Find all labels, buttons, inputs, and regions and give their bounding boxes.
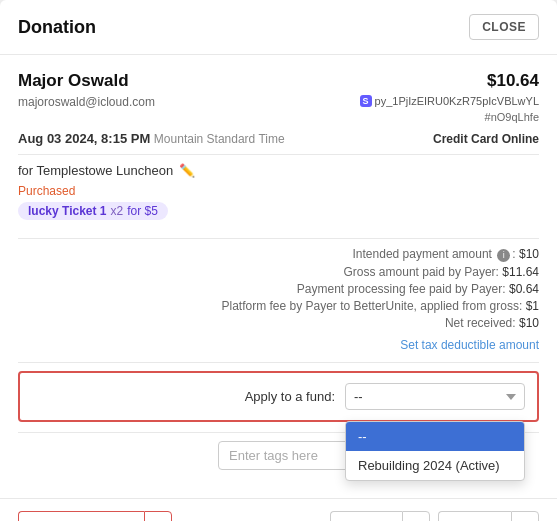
platform-row: Platform fee by Payer to BetterUnite, ap…: [18, 299, 539, 313]
intended-row: Intended payment amount i: $10: [18, 247, 539, 262]
date-section: Aug 03 2024, 8:15 PM Mountain Standard T…: [18, 131, 285, 146]
refund-payment-button[interactable]: Refund Payment: [18, 511, 144, 521]
payment-method: Credit Card Online: [433, 132, 539, 146]
for-row: for Templestowe Luncheon ✏️: [18, 163, 539, 178]
processing-label: Payment processing fee paid by Payer:: [297, 282, 506, 296]
purchased-label: Purchased: [18, 184, 539, 198]
stripe-id2: #nO9qLhfe: [485, 111, 539, 123]
processing-value: $0.64: [509, 282, 539, 296]
actions-button-group: Actions ▾: [330, 511, 430, 521]
gross-value: $11.64: [502, 265, 539, 279]
receipt-button-group: Receipt ▾: [438, 511, 539, 521]
refund-dropdown-arrow[interactable]: ▾: [144, 511, 172, 521]
refund-button-group: Refund Payment ▾: [18, 511, 172, 521]
gross-label: Gross amount paid by Payer:: [344, 265, 499, 279]
dropdown-option-default[interactable]: --: [346, 422, 524, 451]
timezone-label: Mountain Standard Time: [154, 132, 285, 146]
right-buttons: Actions ▾ Receipt ▾: [330, 511, 539, 521]
fund-select[interactable]: -- Rebuilding 2024 (Active): [345, 383, 525, 410]
footer-actions: Refund Payment ▾ Actions ▾ Receipt ▾: [0, 498, 557, 521]
stripe-info: S py_1PjIzEIRU0KzR75pIcVBLwYL #nO9qLhfe: [360, 95, 539, 123]
gross-row: Gross amount paid by Payer: $11.64: [18, 265, 539, 279]
stripe-badge: S py_1PjIzEIRU0KzR75pIcVBLwYL: [360, 95, 539, 107]
modal-header: Donation CLOSE: [0, 0, 557, 55]
platform-label: Platform fee by Payer to BetterUnite, ap…: [221, 299, 522, 313]
fund-section: Apply to a fund: -- Rebuilding 2024 (Act…: [18, 371, 539, 422]
donor-row: Major Oswald $10.64: [18, 71, 539, 91]
dropdown-option-rebuilding[interactable]: Rebuilding 2024 (Active): [346, 451, 524, 480]
stripe-icon: S: [360, 95, 372, 107]
fund-row: Apply to a fund: -- Rebuilding 2024 (Act…: [32, 383, 525, 410]
modal-body: Major Oswald $10.64 majoroswald@icloud.c…: [0, 55, 557, 498]
receipt-dropdown-arrow[interactable]: ▾: [511, 511, 539, 521]
info-icon[interactable]: i: [497, 249, 510, 262]
intended-value: $10: [519, 247, 539, 261]
net-row: Net received: $10: [18, 316, 539, 330]
net-value: $10: [519, 316, 539, 330]
email-stripe-row: majoroswald@icloud.com S py_1PjIzEIRU0Kz…: [18, 95, 539, 123]
donor-name: Major Oswald: [18, 71, 129, 91]
fund-select-wrapper: -- Rebuilding 2024 (Active) -- Rebuildin…: [345, 383, 525, 410]
donation-amount: $10.64: [487, 71, 539, 91]
donation-modal: Donation CLOSE Major Oswald $10.64 major…: [0, 0, 557, 521]
financials-section: Intended payment amount i: $10 Gross amo…: [18, 247, 539, 330]
stripe-id: py_1PjIzEIRU0KzR75pIcVBLwYL: [375, 95, 539, 107]
divider-3: [18, 362, 539, 363]
receipt-button[interactable]: Receipt: [438, 511, 511, 521]
divider-2: [18, 238, 539, 239]
close-button[interactable]: CLOSE: [469, 14, 539, 40]
ticket-qty: x2: [111, 204, 124, 218]
for-event-label: for Templestowe Luncheon: [18, 163, 173, 178]
intended-label: Intended payment amount: [353, 247, 492, 261]
actions-button[interactable]: Actions: [330, 511, 402, 521]
ticket-badge-container: lucky Ticket 1 x2 for $5: [18, 202, 539, 230]
platform-value: $1: [526, 299, 539, 313]
divider-1: [18, 154, 539, 155]
donor-email: majoroswald@icloud.com: [18, 95, 155, 109]
tax-deductible-link[interactable]: Set tax deductible amount: [18, 338, 539, 352]
processing-row: Payment processing fee paid by Payer: $0…: [18, 282, 539, 296]
ticket-name: lucky Ticket 1: [28, 204, 107, 218]
fund-dropdown: -- Rebuilding 2024 (Active): [345, 421, 525, 481]
date-row: Aug 03 2024, 8:15 PM Mountain Standard T…: [18, 131, 539, 146]
actions-dropdown-arrow[interactable]: ▾: [402, 511, 430, 521]
net-label: Net received:: [445, 316, 516, 330]
date-bold: Aug 03 2024, 8:15 PM: [18, 131, 150, 146]
edit-icon[interactable]: ✏️: [179, 163, 195, 178]
ticket-badge: lucky Ticket 1 x2 for $5: [18, 202, 168, 220]
modal-title: Donation: [18, 17, 96, 38]
fund-label: Apply to a fund:: [245, 389, 335, 404]
ticket-price: for $5: [127, 204, 158, 218]
